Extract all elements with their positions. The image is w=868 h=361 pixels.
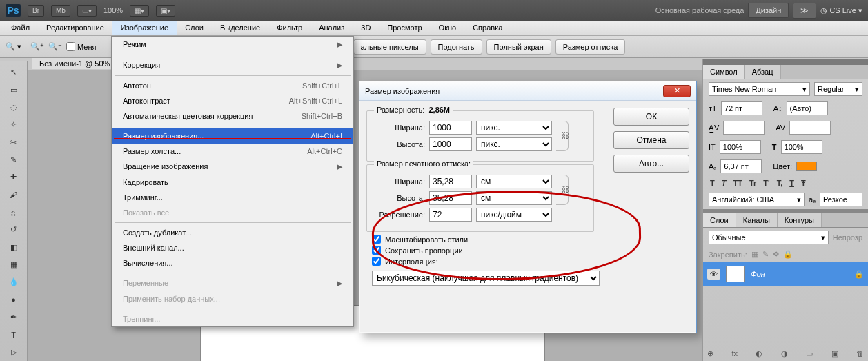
menu-item[interactable]: Вычисления...	[112, 255, 353, 271]
menu-image[interactable]: Изображение	[112, 21, 177, 35]
menu-edit[interactable]: Редактирование	[38, 21, 112, 35]
menu-item[interactable]: Внешний канал...	[112, 240, 353, 255]
dodge-tool-icon[interactable]: ●	[3, 292, 24, 308]
design-button[interactable]: Дизайн	[748, 3, 789, 18]
lock-move-icon[interactable]: ✥	[773, 250, 779, 259]
language-select[interactable]: Английский: США▾	[709, 193, 805, 206]
wand-tool-icon[interactable]: ✧	[3, 117, 24, 133]
print-size-button[interactable]: Размер оттиска	[555, 39, 626, 55]
crop-tool-icon[interactable]: ✂	[3, 134, 24, 150]
gradient-tool-icon[interactable]: ▦	[3, 257, 24, 273]
tab-channels[interactable]: Каналы	[736, 213, 778, 227]
healing-tool-icon[interactable]: ✚	[3, 169, 24, 185]
tt-strike[interactable]: Ŧ	[801, 179, 806, 187]
arrange-icon[interactable]: ▦▾	[130, 5, 149, 17]
path-tool-icon[interactable]: ▷	[3, 344, 24, 360]
blur-tool-icon[interactable]: 💧	[3, 274, 24, 290]
tt-italic[interactable]: T	[722, 179, 727, 187]
tt-super[interactable]: T'	[763, 179, 769, 187]
hscale-input[interactable]: 100%	[781, 140, 822, 154]
screenmode-icon[interactable]: ▭▾	[77, 5, 97, 17]
interpolation-select[interactable]: Бикубическая (наилучшая для плавных град…	[372, 271, 600, 286]
layer-thumbnail[interactable]	[726, 266, 745, 282]
link-print-icon[interactable]	[556, 175, 569, 205]
tt-bold[interactable]: T	[710, 179, 715, 187]
dialog-titlebar[interactable]: Размер изображения ✕	[359, 81, 696, 101]
font-family-select[interactable]: Times New Roman▾	[709, 82, 810, 96]
tab-character[interactable]: Символ	[703, 65, 745, 79]
antialias-select[interactable]: Резкое	[820, 193, 862, 206]
menu-view[interactable]: Просмотр	[379, 21, 430, 35]
menu-item[interactable]: Тримминг...	[112, 190, 353, 205]
px-height-unit[interactable]: пикс.	[476, 137, 552, 151]
workspace-label[interactable]: Основная рабочая среда	[655, 6, 744, 14]
px-height-input[interactable]	[429, 137, 472, 151]
pen-tool-icon[interactable]: ✒	[3, 309, 24, 325]
link-icon[interactable]	[556, 121, 569, 151]
menu-filter[interactable]: Фильтр	[268, 21, 310, 35]
tt-allcaps[interactable]: TT	[733, 179, 742, 187]
print-height-unit[interactable]: см	[476, 191, 552, 205]
new-layer-icon[interactable]: ▣	[831, 349, 838, 358]
fit-screen-button[interactable]: Подогнать	[431, 39, 482, 55]
tab-paths[interactable]: Контуры	[778, 213, 822, 227]
constrain-proportions-checkbox[interactable]: Сохранить пропорции	[372, 246, 689, 255]
vscale-input[interactable]: 100%	[720, 140, 761, 154]
menu-window[interactable]: Окно	[431, 21, 465, 35]
zoom-out-icon[interactable]: 🔍⁻	[48, 42, 62, 51]
menu-analysis[interactable]: Анализ	[310, 21, 353, 35]
font-size-input[interactable]: 72 пт	[721, 101, 762, 115]
layer-row[interactable]: 👁 Фон 🔒	[703, 262, 868, 286]
px-width-unit[interactable]: пикс.	[476, 121, 552, 135]
menu-item[interactable]: Коррекция▶	[112, 57, 353, 73]
auto-button[interactable]: Авто...	[613, 155, 689, 173]
menu-file[interactable]: Файл	[3, 21, 38, 35]
menu-layers[interactable]: Слои	[177, 21, 212, 35]
menu-help[interactable]: Справка	[464, 21, 511, 35]
menu-item[interactable]: Автоматическая цветовая коррекцияShift+C…	[112, 108, 353, 124]
eyedropper-tool-icon[interactable]: ✎	[3, 152, 24, 168]
cancel-button[interactable]: Отмена	[613, 131, 689, 149]
folder-icon[interactable]: ▭	[806, 349, 813, 358]
zoom-in-icon[interactable]: 🔍⁺	[30, 42, 44, 51]
arrange2-icon[interactable]: ▣▾	[156, 5, 175, 17]
mask-icon[interactable]: ◐	[756, 349, 762, 358]
brush-tool-icon[interactable]: 🖌	[3, 187, 24, 203]
menu-item[interactable]: Кадрировать	[112, 175, 353, 190]
tt-smallcaps[interactable]: Tr	[749, 179, 756, 187]
fx-icon[interactable]: ⊕	[707, 349, 713, 358]
lock-all-icon[interactable]: 🔒	[783, 250, 793, 259]
tracking-input[interactable]	[789, 121, 831, 135]
resolution-input[interactable]	[429, 208, 472, 222]
menu-item[interactable]: Создать дубликат...	[112, 225, 353, 240]
move-tool-icon[interactable]: ↖	[3, 64, 24, 80]
menu-select[interactable]: Выделение	[212, 21, 268, 35]
zoom-level[interactable]: 100%	[103, 6, 123, 14]
menu-item[interactable]: Вращение изображения▶	[112, 159, 353, 175]
menu-item[interactable]: АвтоконтрастAlt+Shift+Ctrl+L	[112, 93, 353, 108]
print-width-input[interactable]	[429, 175, 472, 188]
ok-button[interactable]: ОК	[613, 108, 689, 126]
px-width-input[interactable]	[429, 121, 472, 135]
leading-input[interactable]: (Авто)	[787, 101, 828, 115]
menu-item[interactable]: Размер холста...Alt+Ctrl+C	[112, 144, 353, 159]
tt-under[interactable]: T	[789, 179, 794, 187]
actual-pixels-button[interactable]: альные пикселы	[353, 39, 426, 55]
menu-item[interactable]: Размер изображения...Alt+Ctrl+I	[112, 128, 353, 144]
tab-paragraph[interactable]: Абзац	[745, 65, 781, 79]
print-width-unit[interactable]: см	[476, 175, 552, 188]
menu-3d[interactable]: 3D	[353, 21, 379, 35]
history-brush-icon[interactable]: ↺	[3, 222, 24, 237]
font-style-select[interactable]: Regular▾	[814, 82, 862, 96]
lasso-tool-icon[interactable]: ◌	[3, 99, 24, 115]
close-icon[interactable]: ✕	[663, 85, 691, 97]
menu-item[interactable]: АвтотонShift+Ctrl+L	[112, 78, 353, 93]
visibility-icon[interactable]: 👁	[707, 269, 720, 280]
tt-sub[interactable]: T,	[777, 179, 783, 187]
lock-pixels-icon[interactable]: ▦	[751, 250, 758, 259]
document-tab[interactable]: Без имени-1 @ 50%	[32, 57, 117, 69]
bridge-icon[interactable]: Br	[28, 5, 44, 17]
print-height-input[interactable]	[429, 191, 472, 205]
link-layers-icon[interactable]: fx	[731, 349, 738, 358]
menu-item[interactable]: Режим▶	[112, 37, 353, 52]
